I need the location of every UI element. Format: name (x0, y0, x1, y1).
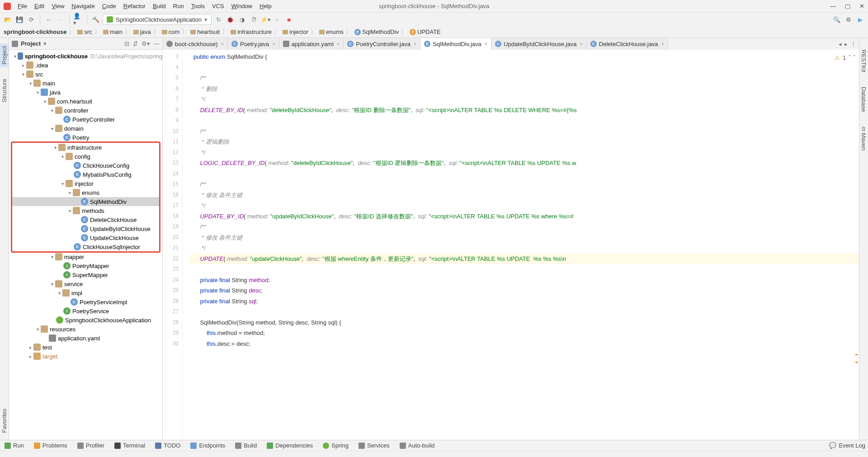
tree-deleteclickhouse[interactable]: CDeleteClickHouse (12, 215, 159, 224)
tool-window-restkit[interactable]: RESTKit (859, 47, 868, 75)
menu-help[interactable]: Help (256, 1, 275, 11)
tree-config[interactable]: ▾config (12, 152, 159, 161)
tree-mybatis-config[interactable]: CMybatisPlusConfig (12, 170, 159, 179)
settings-gear-icon[interactable]: ⚙▾ (142, 40, 150, 47)
tree-domain[interactable]: ▾domain (9, 124, 162, 133)
forward-icon[interactable]: → (56, 14, 66, 24)
tabs-list-icon[interactable]: ⋮ (850, 41, 856, 47)
error-stripe[interactable] (854, 50, 859, 440)
tree-sqlmethoddiv[interactable]: ESqlMethodDiv (12, 197, 159, 206)
prev-tab-icon[interactable]: ◂ (839, 41, 842, 47)
maximize-button[interactable]: ▢ (845, 3, 850, 9)
tool-endpoints[interactable]: Endpoints (189, 441, 227, 450)
select-opened-icon[interactable]: ⊟ (124, 40, 129, 47)
save-icon[interactable]: 💾 (14, 14, 24, 24)
crumb-main[interactable]: main〉 (103, 28, 132, 36)
settings-icon[interactable]: ⚙ (844, 14, 854, 24)
minimize-button[interactable]: — (830, 3, 836, 9)
code-editor[interactable]: 3456789101112131415161718192021222324252… (163, 50, 859, 440)
tab-sqlmethoddiv[interactable]: ESqlMethodDiv.java× (420, 38, 491, 50)
tool-terminal[interactable]: Terminal (113, 441, 147, 450)
event-log-button[interactable]: 💬Event Log (829, 442, 865, 449)
back-icon[interactable]: ← (44, 14, 54, 24)
tree-clickhouse-config[interactable]: CClickHouseConfig (12, 161, 159, 170)
crumb-com[interactable]: com〉 (162, 28, 189, 36)
menu-build[interactable]: Build (150, 1, 169, 11)
search-icon[interactable]: 🔍 (832, 14, 842, 24)
crumb-heartsuit[interactable]: heartsuit〉 (190, 28, 229, 36)
menu-tools[interactable]: Tools (188, 1, 208, 11)
tool-window-favorites[interactable]: Favorites (0, 406, 9, 435)
tool-autobuild[interactable]: Auto-build (398, 441, 437, 450)
tree-poetry-controller[interactable]: CPoetryController (9, 115, 162, 124)
close-icon[interactable]: × (221, 41, 224, 47)
tree-updatebyid[interactable]: CUpdateByIdClickHouse (12, 224, 159, 233)
reload-icon[interactable]: ⟳ (26, 14, 36, 24)
project-tree[interactable]: ▾springboot-clickhouseD:\Java\IdeaProjec… (9, 50, 162, 440)
tree-pkg[interactable]: ▾com.heartsuit (9, 97, 162, 106)
crumb-infra[interactable]: infrastructure〉 (231, 28, 281, 36)
inspection-indicator[interactable]: ⚠1ˆˇ (835, 52, 855, 63)
attach-icon[interactable]: ⚡▾ (260, 14, 270, 24)
close-icon[interactable]: × (337, 41, 340, 47)
avatar-dropdown[interactable]: 👤▾ (73, 14, 83, 24)
tab-appyaml[interactable]: application.yaml× (279, 38, 344, 50)
tree-updateclickhouse[interactable]: CUpdateClickHouse (12, 233, 159, 242)
menu-refactor[interactable]: Refactor (120, 1, 149, 11)
menu-code[interactable]: Code (99, 1, 119, 11)
tree-main[interactable]: ▾main (9, 79, 162, 88)
tree-java[interactable]: ▾java (9, 88, 162, 97)
tree-injector[interactable]: ▾injector (12, 179, 159, 188)
tree-mapper[interactable]: ▾mapper (9, 252, 162, 261)
tree-target[interactable]: ▸target (9, 352, 162, 361)
tool-problems[interactable]: Problems (32, 441, 69, 450)
tree-poetryservice[interactable]: IPoetryService (9, 306, 162, 316)
next-tab-icon[interactable]: ▸ (844, 41, 848, 47)
open-icon[interactable]: 📂 (3, 14, 13, 24)
crumb-field[interactable]: fUPDATE (410, 28, 441, 35)
menu-vcs[interactable]: VCS (209, 1, 227, 11)
tab-poetry[interactable]: CPoetry.java× (228, 38, 279, 50)
tool-window-database[interactable]: Database (859, 84, 868, 115)
tree-springapp[interactable]: SpringbootClickhouseApplication (9, 316, 162, 325)
tool-window-project[interactable]: Project (0, 43, 9, 67)
tree-resources[interactable]: ▾resources (9, 325, 162, 334)
tree-appyaml[interactable]: application.yaml (9, 334, 162, 343)
tool-todo[interactable]: TODO (153, 441, 182, 450)
close-icon[interactable]: × (580, 41, 582, 47)
tool-services[interactable]: Services (357, 441, 392, 450)
run-config-selector[interactable]: SpringbootClickhouseApplication ▾ (103, 14, 212, 25)
close-icon[interactable]: × (485, 41, 487, 47)
tool-window-structure[interactable]: Structure (0, 76, 9, 105)
crumb-class[interactable]: ESqlMethodDiv〉 (354, 28, 408, 36)
close-icon[interactable]: × (272, 41, 275, 47)
tool-run[interactable]: Run (3, 441, 26, 450)
tree-root[interactable]: ▾springboot-clickhouseD:\Java\IdeaProjec… (9, 52, 162, 61)
tab-bootclickhouse[interactable]: boot-clickhouse)× (163, 38, 228, 50)
tab-deleteclickhouse[interactable]: CDeleteClickHouse.java× (587, 38, 668, 50)
codewithme-icon[interactable]: ▶ (855, 14, 865, 24)
tree-methods[interactable]: ▾methods (12, 206, 159, 215)
tab-updatebyid[interactable]: CUpdateByIdClickHouse.java× (491, 38, 587, 50)
close-icon[interactable]: × (661, 41, 664, 47)
rerun-icon[interactable]: ↻ (213, 14, 223, 24)
tree-idea[interactable]: ▸.idea (9, 61, 162, 70)
crumb-src[interactable]: src〉 (77, 28, 101, 36)
tool-build[interactable]: Build (233, 441, 259, 450)
menu-edit[interactable]: Edit (31, 1, 47, 11)
tab-poetrycontroller[interactable]: CPoetryController.java× (344, 38, 420, 50)
crumb-java[interactable]: java〉 (133, 28, 160, 36)
hide-icon[interactable]: — (154, 40, 160, 47)
tree-supermapper[interactable]: ISuperMapper (9, 270, 162, 279)
tree-src[interactable]: ▾src (9, 70, 162, 79)
tree-sqlinjector[interactable]: CClickHouseSqlInjector (12, 242, 159, 251)
close-icon[interactable]: × (414, 41, 416, 47)
menu-run[interactable]: Run (170, 1, 187, 11)
tree-poetry[interactable]: CPoetry (9, 133, 162, 142)
menu-file[interactable]: File (14, 1, 30, 11)
close-button[interactable]: ✕ (859, 3, 864, 9)
tool-dependencies[interactable]: Dependencies (265, 441, 315, 450)
crumb-enums[interactable]: enums〉 (319, 28, 353, 36)
tree-service[interactable]: ▾service (9, 279, 162, 288)
menu-window[interactable]: Window (228, 1, 255, 11)
